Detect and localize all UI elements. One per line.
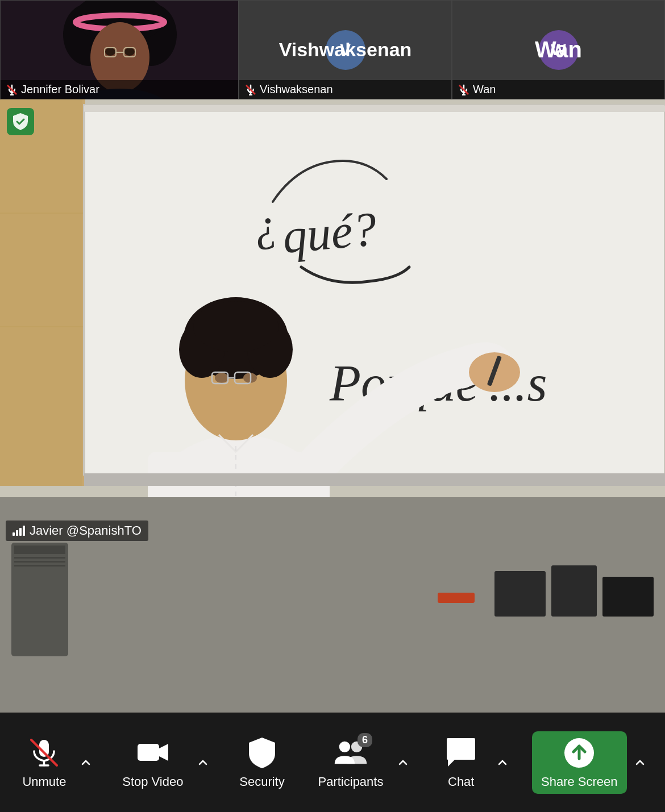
participant-tile-vishwaksenan: V Vishwaksenan Vishwaksenan [239, 0, 452, 99]
svg-rect-35 [84, 105, 665, 112]
wan-name-label: Wan [473, 83, 496, 96]
participants-label: Participants [318, 774, 384, 789]
svg-rect-59 [84, 473, 665, 486]
participants-chevron-icon [398, 757, 408, 768]
main-video-scene: ¿ qué? Porque ...s [0, 99, 665, 713]
participant-tile-jennifer: Jennifer Bolivar [0, 0, 239, 99]
security-group[interactable]: Security [232, 731, 291, 794]
svg-point-51 [193, 301, 279, 352]
participants-chevron[interactable] [393, 755, 413, 770]
share-screen-arrow-icon [562, 737, 596, 768]
svg-rect-62 [14, 557, 65, 559]
camera-icon [136, 737, 170, 768]
signal-bar-2 [16, 530, 18, 536]
unmute-chevron-icon [81, 757, 91, 768]
participant-tile-wan: W Wan Wan [452, 0, 665, 99]
svg-point-11 [124, 48, 135, 56]
jennifer-name-label: Jennifer Bolivar [21, 83, 99, 96]
security-button[interactable]: Security [232, 731, 291, 794]
chat-group[interactable]: Chat [433, 731, 512, 794]
participant-bar: Jennifer Bolivar V Vishwaksenan Vishwaks… [0, 0, 665, 99]
share-screen-chevron-icon [635, 757, 645, 768]
javier-name-badge: Javier @SpanishTO [6, 520, 148, 541]
svg-rect-63 [14, 561, 65, 563]
unmute-chevron[interactable] [76, 755, 95, 770]
svg-point-10 [105, 48, 115, 56]
bottom-toolbar: Unmute Stop Video [0, 713, 665, 812]
chat-button[interactable]: Chat [433, 731, 489, 794]
chat-chevron[interactable] [493, 755, 512, 770]
chat-icon-container [444, 736, 478, 770]
main-video-area: ¿ qué? Porque ...s [0, 99, 665, 713]
camera-icon-container [136, 736, 170, 770]
svg-rect-67 [602, 577, 654, 617]
participant-name-bar-wan: Wan [452, 80, 664, 99]
svg-rect-66 [551, 565, 597, 617]
stop-video-label: Stop Video [122, 774, 183, 789]
participant-name-bar-jennifer: Jennifer Bolivar [1, 80, 238, 99]
mic-muted-icon [28, 737, 60, 768]
signal-bars [13, 526, 25, 536]
svg-text:qué?: qué? [280, 202, 379, 263]
participants-count-badge: 6 [358, 733, 372, 747]
unmute-group[interactable]: Unmute [15, 731, 95, 794]
chat-chevron-icon [497, 757, 508, 768]
svg-rect-65 [494, 571, 546, 617]
javier-name-text: Javier @SpanishTO [30, 523, 142, 538]
chat-label: Chat [448, 774, 474, 789]
svg-rect-60 [11, 543, 68, 656]
share-screen-label: Share Screen [541, 774, 618, 789]
security-shield-icon [248, 736, 276, 769]
security-label: Security [239, 774, 284, 789]
shield-check-icon [13, 113, 28, 131]
signal-bar-3 [19, 528, 22, 536]
chat-bubble-icon [444, 737, 477, 768]
mute-icon-vishwaksenan [245, 84, 256, 95]
svg-rect-64 [14, 565, 65, 567]
stop-video-group[interactable]: Stop Video [115, 731, 213, 794]
signal-bar-4 [23, 526, 25, 536]
svg-point-52 [215, 373, 228, 383]
participants-button[interactable]: 6 Participants [311, 731, 390, 794]
signal-bar-1 [13, 532, 15, 536]
mute-icon-jennifer [6, 84, 18, 95]
unmute-label: Unmute [22, 774, 66, 789]
participants-icon-container: 6 [334, 736, 368, 770]
unmute-button[interactable]: Unmute [15, 731, 73, 794]
share-screen-group[interactable]: Share Screen [532, 731, 650, 794]
vishwaksenan-name-large: Vishwaksenan [279, 39, 412, 61]
wan-name-large: Wan [535, 37, 582, 63]
mute-icon-wan [458, 84, 469, 95]
svg-rect-30 [0, 99, 82, 486]
participant-name-bar-vishwaksenan: Vishwaksenan [239, 80, 451, 99]
svg-marker-74 [159, 744, 168, 761]
svg-point-75 [339, 742, 350, 752]
mic-icon-container [27, 736, 61, 770]
green-shield-badge [7, 108, 34, 135]
shield-icon-container [245, 736, 279, 770]
stop-video-chevron[interactable] [193, 755, 213, 770]
share-screen-chevron[interactable] [630, 755, 650, 770]
participants-group[interactable]: 6 Participants [311, 731, 413, 794]
svg-rect-61 [14, 546, 65, 554]
stop-video-chevron-icon [198, 757, 208, 768]
svg-rect-68 [438, 593, 475, 603]
vishwaksenan-name-label: Vishwaksenan [260, 83, 333, 96]
stop-video-button[interactable]: Stop Video [115, 731, 190, 794]
svg-rect-73 [138, 744, 159, 761]
share-screen-icon-container [562, 736, 596, 770]
share-screen-button[interactable]: Share Screen [532, 731, 627, 794]
